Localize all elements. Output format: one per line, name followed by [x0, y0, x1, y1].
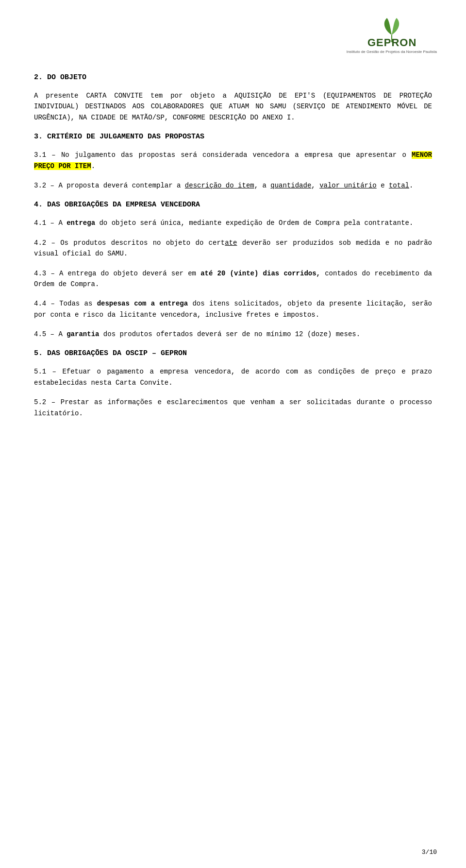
section-3-2-text-2: , a	[254, 182, 271, 189]
section-4-4-before2: as	[80, 300, 97, 307]
section-3-1-text-after: .	[91, 162, 95, 170]
page-content: 2. DO OBJETO A presente CARTA CONVITE te…	[29, 73, 437, 419]
logo-container: GEPRON Instituto de Gestão de Projetos d…	[347, 15, 437, 54]
section-3-2-text-5: .	[409, 182, 413, 189]
section-4-1-bold: entrega	[67, 219, 95, 227]
section-4-3-bold: até 20 (vinte) dias corridos,	[200, 270, 320, 277]
section-5-2: 5.2 – Prestar as informações e esclareci…	[34, 397, 432, 419]
section-4-5: 4.5 – A garantia dos produtos ofertados …	[34, 329, 432, 340]
gepron-logo: GEPRON	[365, 15, 418, 49]
section-3-2-text: 3.2 – A proposta deverá contemplar a	[34, 182, 185, 189]
section-4-1-after: do objeto será única, mediante expedição…	[95, 219, 413, 227]
section-2-paragraph: A presente CARTA CONVITE tem por objeto …	[34, 90, 432, 123]
section-3-1: 3.1 – No julgamento das propostas será c…	[34, 150, 432, 171]
section-5-heading: 5. DAS OBRIGAÇÕES DA OSCIP – GEPRON	[34, 349, 432, 357]
section-4-1-before: 4.1 – A	[34, 219, 67, 227]
section-4-3: 4.3 – A entrega do objeto deverá ser em …	[34, 268, 432, 290]
section-4-2-text: 4.2 – Os produtos descritos no objeto do…	[34, 239, 225, 247]
section-5: 5. DAS OBRIGAÇÕES DA OSCIP – GEPRON 5.1 …	[34, 349, 432, 419]
section-4-4-as: as	[71, 300, 80, 307]
section-3-1-text-before: 3.1 – No julgamento das propostas será c…	[34, 151, 412, 159]
section-3: 3. CRITÉRIO DE JULGAMENTO DAS PROPOSTAS …	[34, 133, 432, 191]
section-4-1: 4.1 – A entrega do objeto será única, me…	[34, 218, 432, 228]
page-container: GEPRON Instituto de Gestão de Projetos d…	[0, 0, 466, 868]
section-4-2: 4.2 – Os produtos descritos no objeto do…	[34, 238, 432, 259]
section-4-4: 4.4 – Todas as despesas com a entrega do…	[34, 298, 432, 320]
section-3-2-underline-quantidade: quantidade	[270, 182, 311, 189]
section-4-4-bold: despesas com a entrega	[97, 300, 188, 307]
section-3-2: 3.2 – A proposta deverá contemplar a des…	[34, 180, 432, 191]
section-4-4-inclusive: inclusive	[205, 311, 242, 319]
section-2: 2. DO OBJETO A presente CARTA CONVITE te…	[34, 73, 432, 123]
logo-subtext: Instituto de Gestão de Projetos da Noroe…	[347, 50, 437, 54]
section-4-5-bold: garantia	[67, 330, 99, 338]
section-4-5-after: dos produtos ofertados deverá ser de no …	[99, 330, 360, 338]
section-5-1: 5.1 – Efetuar o pagamento a empresa venc…	[34, 366, 432, 388]
section-3-heading: 3. CRITÉRIO DE JULGAMENTO DAS PROPOSTAS	[34, 133, 432, 141]
section-4-2-ate: ate	[225, 239, 237, 247]
section-4: 4. DAS OBRIGAÇÕES DA EMPRESA VENCEDORA 4…	[34, 201, 432, 340]
svg-text:GEPRON: GEPRON	[367, 36, 416, 49]
page-header: GEPRON Instituto de Gestão de Projetos d…	[29, 15, 437, 59]
page-number: 3/10	[422, 849, 437, 856]
section-3-2-text-3: ,	[311, 182, 319, 189]
section-4-4-before: 4.4 – Tod	[34, 300, 71, 307]
section-3-2-text-4: e	[377, 182, 389, 189]
section-3-2-underline-total: total	[389, 182, 409, 189]
section-3-2-underline-descricao: descrição do item	[185, 182, 254, 189]
section-3-2-underline-valor: valor unitário	[319, 182, 377, 189]
section-2-heading: 2. DO OBJETO	[34, 73, 432, 82]
section-4-heading: 4. DAS OBRIGAÇÕES DA EMPRESA VENCEDORA	[34, 201, 432, 209]
section-4-4-after2: fretes e impostos.	[242, 311, 319, 319]
section-4-5-before: 4.5 – A	[34, 330, 67, 338]
section-4-3-before: 4.3 – A entrega do objeto deverá ser em	[34, 270, 200, 277]
